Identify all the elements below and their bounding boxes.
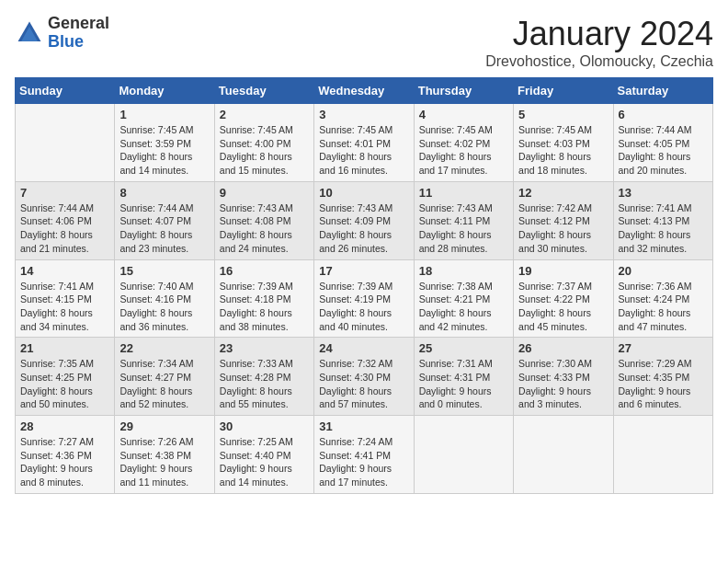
day-detail: Sunrise: 7:34 AM Sunset: 4:27 PM Dayligh… bbox=[119, 357, 209, 411]
logo-icon bbox=[15, 18, 44, 48]
header-day-tuesday: Tuesday bbox=[214, 78, 313, 104]
day-detail: Sunrise: 7:39 AM Sunset: 4:18 PM Dayligh… bbox=[220, 280, 309, 334]
week-row-3: 14Sunrise: 7:41 AM Sunset: 4:15 PM Dayli… bbox=[16, 259, 713, 338]
calendar-cell: 30Sunrise: 7:25 AM Sunset: 4:40 PM Dayli… bbox=[214, 416, 313, 494]
calendar-cell: 4Sunrise: 7:45 AM Sunset: 4:02 PM Daylig… bbox=[414, 104, 513, 182]
day-detail: Sunrise: 7:45 AM Sunset: 4:03 PM Dayligh… bbox=[518, 123, 608, 178]
calendar-cell: 12Sunrise: 7:42 AM Sunset: 4:12 PM Dayli… bbox=[514, 181, 613, 259]
day-number: 29 bbox=[119, 419, 209, 433]
day-number: 26 bbox=[518, 341, 608, 355]
header: General Blue January 2024 Drevohostice, … bbox=[15, 15, 713, 70]
header-day-wednesday: Wednesday bbox=[314, 78, 414, 104]
calendar-cell: 1Sunrise: 7:45 AM Sunset: 3:59 PM Daylig… bbox=[115, 104, 214, 182]
day-number: 8 bbox=[119, 186, 209, 200]
calendar-cell: 19Sunrise: 7:37 AM Sunset: 4:22 PM Dayli… bbox=[514, 259, 613, 338]
day-detail: Sunrise: 7:41 AM Sunset: 4:15 PM Dayligh… bbox=[20, 280, 109, 334]
day-number: 12 bbox=[518, 186, 608, 200]
day-detail: Sunrise: 7:45 AM Sunset: 4:00 PM Dayligh… bbox=[220, 123, 309, 178]
day-number: 16 bbox=[220, 264, 309, 278]
day-detail: Sunrise: 7:40 AM Sunset: 4:16 PM Dayligh… bbox=[119, 280, 209, 334]
day-detail: Sunrise: 7:42 AM Sunset: 4:12 PM Dayligh… bbox=[518, 201, 608, 256]
day-number: 4 bbox=[419, 108, 508, 121]
day-number: 22 bbox=[119, 341, 209, 355]
day-number: 28 bbox=[20, 419, 109, 433]
calendar-cell: 25Sunrise: 7:31 AM Sunset: 4:31 PM Dayli… bbox=[414, 338, 513, 416]
day-detail: Sunrise: 7:25 AM Sunset: 4:40 PM Dayligh… bbox=[220, 435, 309, 489]
day-number: 23 bbox=[220, 341, 309, 355]
day-detail: Sunrise: 7:41 AM Sunset: 4:13 PM Dayligh… bbox=[619, 201, 708, 256]
calendar-cell: 31Sunrise: 7:24 AM Sunset: 4:41 PM Dayli… bbox=[314, 416, 414, 494]
calendar-cell: 26Sunrise: 7:30 AM Sunset: 4:33 PM Dayli… bbox=[514, 338, 613, 416]
calendar-cell: 2Sunrise: 7:45 AM Sunset: 4:00 PM Daylig… bbox=[214, 104, 313, 182]
calendar-cell bbox=[414, 416, 513, 494]
logo-general-text: General bbox=[48, 15, 109, 33]
header-day-monday: Monday bbox=[115, 78, 214, 104]
calendar-cell: 3Sunrise: 7:45 AM Sunset: 4:01 PM Daylig… bbox=[314, 104, 414, 182]
day-detail: Sunrise: 7:44 AM Sunset: 4:07 PM Dayligh… bbox=[119, 201, 209, 256]
day-detail: Sunrise: 7:35 AM Sunset: 4:25 PM Dayligh… bbox=[20, 357, 109, 411]
calendar-cell: 24Sunrise: 7:32 AM Sunset: 4:30 PM Dayli… bbox=[314, 338, 414, 416]
day-number: 30 bbox=[220, 419, 309, 433]
header-day-thursday: Thursday bbox=[414, 78, 513, 104]
day-detail: Sunrise: 7:29 AM Sunset: 4:35 PM Dayligh… bbox=[619, 357, 708, 411]
calendar-cell: 21Sunrise: 7:35 AM Sunset: 4:25 PM Dayli… bbox=[16, 338, 115, 416]
calendar-title: January 2024 bbox=[485, 15, 713, 53]
calendar-cell: 27Sunrise: 7:29 AM Sunset: 4:35 PM Dayli… bbox=[613, 338, 712, 416]
week-row-4: 21Sunrise: 7:35 AM Sunset: 4:25 PM Dayli… bbox=[16, 338, 713, 416]
week-row-1: 1Sunrise: 7:45 AM Sunset: 3:59 PM Daylig… bbox=[16, 104, 713, 182]
day-number: 10 bbox=[319, 186, 408, 200]
day-number: 21 bbox=[20, 341, 109, 355]
day-detail: Sunrise: 7:39 AM Sunset: 4:19 PM Dayligh… bbox=[319, 280, 408, 334]
calendar-cell: 18Sunrise: 7:38 AM Sunset: 4:21 PM Dayli… bbox=[414, 259, 513, 338]
day-detail: Sunrise: 7:43 AM Sunset: 4:09 PM Dayligh… bbox=[319, 201, 408, 256]
day-number: 14 bbox=[20, 264, 109, 278]
day-detail: Sunrise: 7:31 AM Sunset: 4:31 PM Dayligh… bbox=[419, 357, 508, 411]
calendar-cell: 13Sunrise: 7:41 AM Sunset: 4:13 PM Dayli… bbox=[613, 181, 712, 259]
day-detail: Sunrise: 7:27 AM Sunset: 4:36 PM Dayligh… bbox=[20, 435, 109, 489]
day-number: 15 bbox=[119, 264, 209, 278]
day-number: 7 bbox=[20, 186, 109, 200]
day-detail: Sunrise: 7:45 AM Sunset: 4:02 PM Dayligh… bbox=[419, 123, 508, 178]
calendar-cell: 8Sunrise: 7:44 AM Sunset: 4:07 PM Daylig… bbox=[115, 181, 214, 259]
calendar-cell: 11Sunrise: 7:43 AM Sunset: 4:11 PM Dayli… bbox=[414, 181, 513, 259]
day-detail: Sunrise: 7:32 AM Sunset: 4:30 PM Dayligh… bbox=[319, 357, 408, 411]
day-number: 3 bbox=[319, 108, 408, 121]
title-block: January 2024 Drevohostice, Olomoucky, Cz… bbox=[485, 15, 713, 70]
calendar-table: SundayMondayTuesdayWednesdayThursdayFrid… bbox=[15, 77, 713, 494]
day-number: 2 bbox=[220, 108, 309, 121]
calendar-cell: 5Sunrise: 7:45 AM Sunset: 4:03 PM Daylig… bbox=[514, 104, 613, 182]
header-row: SundayMondayTuesdayWednesdayThursdayFrid… bbox=[16, 78, 713, 104]
calendar-cell bbox=[613, 416, 712, 494]
day-detail: Sunrise: 7:24 AM Sunset: 4:41 PM Dayligh… bbox=[319, 435, 408, 489]
day-detail: Sunrise: 7:38 AM Sunset: 4:21 PM Dayligh… bbox=[419, 280, 508, 334]
calendar-cell bbox=[514, 416, 613, 494]
logo: General Blue bbox=[15, 15, 109, 52]
day-detail: Sunrise: 7:44 AM Sunset: 4:06 PM Dayligh… bbox=[20, 201, 109, 256]
calendar-cell: 15Sunrise: 7:40 AM Sunset: 4:16 PM Dayli… bbox=[115, 259, 214, 338]
week-row-2: 7Sunrise: 7:44 AM Sunset: 4:06 PM Daylig… bbox=[16, 181, 713, 259]
day-detail: Sunrise: 7:43 AM Sunset: 4:08 PM Dayligh… bbox=[220, 201, 309, 256]
calendar-cell: 22Sunrise: 7:34 AM Sunset: 4:27 PM Dayli… bbox=[115, 338, 214, 416]
calendar-body: 1Sunrise: 7:45 AM Sunset: 3:59 PM Daylig… bbox=[16, 104, 713, 494]
calendar-cell: 28Sunrise: 7:27 AM Sunset: 4:36 PM Dayli… bbox=[16, 416, 115, 494]
calendar-cell: 29Sunrise: 7:26 AM Sunset: 4:38 PM Dayli… bbox=[115, 416, 214, 494]
day-number: 17 bbox=[319, 264, 408, 278]
logo-blue-text: Blue bbox=[48, 33, 109, 52]
day-number: 13 bbox=[619, 186, 708, 200]
day-number: 9 bbox=[220, 186, 309, 200]
day-detail: Sunrise: 7:45 AM Sunset: 3:59 PM Dayligh… bbox=[119, 123, 209, 178]
calendar-cell: 20Sunrise: 7:36 AM Sunset: 4:24 PM Dayli… bbox=[613, 259, 712, 338]
calendar-cell: 6Sunrise: 7:44 AM Sunset: 4:05 PM Daylig… bbox=[613, 104, 712, 182]
day-number: 20 bbox=[619, 264, 708, 278]
day-number: 25 bbox=[419, 341, 508, 355]
week-row-5: 28Sunrise: 7:27 AM Sunset: 4:36 PM Dayli… bbox=[16, 416, 713, 494]
day-number: 6 bbox=[619, 108, 708, 121]
calendar-cell: 10Sunrise: 7:43 AM Sunset: 4:09 PM Dayli… bbox=[314, 181, 414, 259]
calendar-header: SundayMondayTuesdayWednesdayThursdayFrid… bbox=[16, 78, 713, 104]
calendar-cell: 23Sunrise: 7:33 AM Sunset: 4:28 PM Dayli… bbox=[214, 338, 313, 416]
day-number: 11 bbox=[419, 186, 508, 200]
day-detail: Sunrise: 7:44 AM Sunset: 4:05 PM Dayligh… bbox=[619, 123, 708, 178]
calendar-subtitle: Drevohostice, Olomoucky, Czechia bbox=[485, 53, 713, 70]
header-day-saturday: Saturday bbox=[613, 78, 712, 104]
day-number: 27 bbox=[619, 341, 708, 355]
